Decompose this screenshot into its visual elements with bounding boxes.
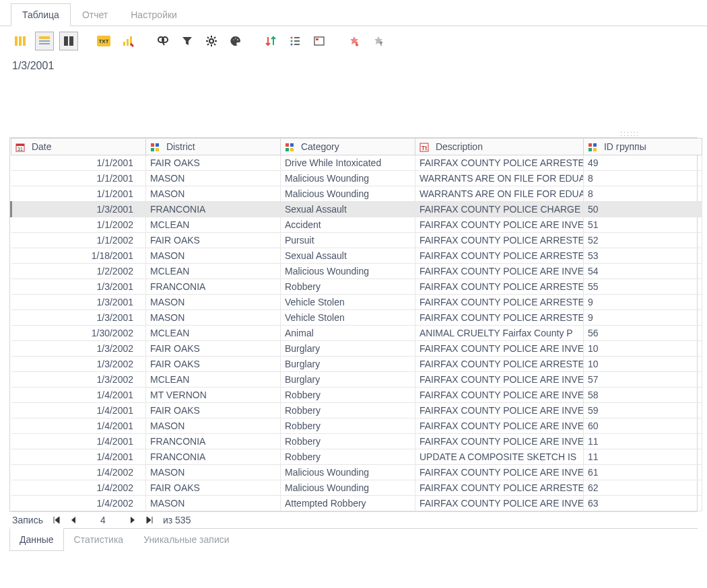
- list-icon[interactable]: [285, 32, 304, 50]
- cell-group[interactable]: 56: [584, 326, 702, 341]
- cell-date[interactable]: 1/4/2001: [11, 418, 146, 434]
- cell-district[interactable]: MCLEAN: [146, 264, 281, 279]
- cell-group[interactable]: 60: [584, 418, 702, 434]
- cell-date[interactable]: 1/1/2001: [11, 186, 146, 202]
- cell-category[interactable]: Malicious Wounding: [281, 465, 415, 480]
- cell-description[interactable]: FAIRFAX COUNTY POLICE ARE INVE: [415, 465, 584, 480]
- next-record-icon[interactable]: [129, 516, 136, 524]
- cell-date[interactable]: 1/4/2001: [11, 434, 146, 449]
- tab-settings[interactable]: Настройки: [119, 3, 189, 26]
- first-record-icon[interactable]: [53, 516, 61, 524]
- table-row[interactable]: 1/1/2002FAIR OAKSPursuitFAIRFAX COUNTY P…: [11, 233, 702, 248]
- cell-date[interactable]: 1/1/2001: [11, 171, 146, 186]
- cell-district[interactable]: MASON: [146, 248, 281, 264]
- cell-category[interactable]: Robbery: [281, 388, 415, 403]
- table-row[interactable]: 1/1/2001MASONMalicious WoundingWARRANTS …: [11, 171, 702, 186]
- cell-group[interactable]: 50: [584, 202, 702, 217]
- cell-description[interactable]: FAIRFAX COUNTY POLICE ARE INVE: [415, 372, 584, 388]
- cell-date[interactable]: 1/4/2002: [11, 465, 146, 480]
- cell-district[interactable]: FRANCONIA: [146, 202, 281, 217]
- col-header-group[interactable]: ID группы: [584, 139, 702, 155]
- split-icon[interactable]: [59, 32, 78, 50]
- table-row[interactable]: 1/4/2001FRANCONIARobberyFAIRFAX COUNTY P…: [11, 434, 702, 449]
- cell-district[interactable]: MASON: [146, 310, 281, 326]
- table-row[interactable]: 1/1/2001MASONMalicious WoundingWARRANTS …: [11, 186, 702, 202]
- highlight-down-icon[interactable]: [369, 32, 388, 50]
- cell-category[interactable]: Robbery: [281, 403, 415, 418]
- cell-district[interactable]: FRANCONIA: [146, 449, 281, 465]
- cell-category[interactable]: Malicious Wounding: [281, 186, 415, 202]
- cell-category[interactable]: Robbery: [281, 449, 415, 465]
- current-record[interactable]: 4: [86, 515, 120, 525]
- col-header-date[interactable]: 31 Date: [11, 139, 146, 155]
- cell-category[interactable]: Accident: [281, 217, 415, 233]
- cell-date[interactable]: 1/2/2002: [11, 264, 146, 279]
- sort-icon[interactable]: [261, 32, 280, 50]
- cell-district[interactable]: MCLEAN: [146, 217, 281, 233]
- cell-district[interactable]: FRANCONIA: [146, 279, 281, 295]
- cell-description[interactable]: FAIRFAX COUNTY POLICE ARRESTE: [415, 357, 584, 372]
- cell-group[interactable]: 63: [584, 496, 702, 511]
- cell-date[interactable]: 1/4/2001: [11, 449, 146, 465]
- cell-group[interactable]: 57: [584, 372, 702, 388]
- cell-description[interactable]: UPDATE A COMPOSITE SKETCH IS: [415, 449, 584, 465]
- table-row[interactable]: 1/30/2002MCLEANAnimalANIMAL CRUELTY Fair…: [11, 326, 702, 341]
- cell-description[interactable]: FAIRFAX COUNTY POLICE ARRESTE: [415, 248, 584, 264]
- cell-group[interactable]: 62: [584, 480, 702, 496]
- palette-icon[interactable]: [226, 32, 245, 50]
- cell-district[interactable]: FRANCONIA: [146, 434, 281, 449]
- cell-description[interactable]: FAIRFAX COUNTY POLICE ARE INVE: [415, 341, 584, 357]
- cell-district[interactable]: MASON: [146, 295, 281, 310]
- txt-export-icon[interactable]: TXT: [94, 32, 113, 50]
- cell-district[interactable]: MCLEAN: [146, 372, 281, 388]
- cell-group[interactable]: 10: [584, 341, 702, 357]
- cell-district[interactable]: FAIR OAKS: [146, 233, 281, 248]
- cell-category[interactable]: Attempted Robbery: [281, 496, 415, 511]
- cell-district[interactable]: MASON: [146, 171, 281, 186]
- col-header-description[interactable]: Tt Description: [415, 139, 584, 155]
- cell-group[interactable]: 9: [584, 310, 702, 326]
- cell-date[interactable]: 1/1/2002: [11, 217, 146, 233]
- cell-date[interactable]: 1/3/2001: [11, 295, 146, 310]
- cell-district[interactable]: MASON: [146, 418, 281, 434]
- filter-icon[interactable]: [178, 32, 197, 50]
- cell-district[interactable]: FAIR OAKS: [146, 341, 281, 357]
- col-header-category[interactable]: Category: [281, 139, 415, 155]
- cell-date[interactable]: 1/4/2002: [11, 480, 146, 496]
- cell-category[interactable]: Burglary: [281, 357, 415, 372]
- prev-record-icon[interactable]: [70, 516, 77, 524]
- resize-grip[interactable]: ::::::: [0, 130, 707, 137]
- cell-date[interactable]: 1/1/2002: [11, 233, 146, 248]
- cell-category[interactable]: Sexual Assault: [281, 202, 415, 217]
- cell-category[interactable]: Malicious Wounding: [281, 264, 415, 279]
- cell-category[interactable]: Robbery: [281, 279, 415, 295]
- cell-group[interactable]: 55: [584, 279, 702, 295]
- table-row[interactable]: 1/4/2002MASONMalicious WoundingFAIRFAX C…: [11, 465, 702, 480]
- cell-date[interactable]: 1/4/2001: [11, 403, 146, 418]
- cell-date[interactable]: 1/3/2001: [11, 310, 146, 326]
- cell-district[interactable]: MASON: [146, 186, 281, 202]
- cell-description[interactable]: FAIRFAX COUNTY POLICE ARE INVE: [415, 496, 584, 511]
- cell-date[interactable]: 1/3/2001: [11, 202, 146, 217]
- cell-district[interactable]: FAIR OAKS: [146, 155, 281, 171]
- cell-category[interactable]: Vehicle Stolen: [281, 310, 415, 326]
- cell-description[interactable]: FAIRFAX COUNTY POLICE ARE INVE: [415, 434, 584, 449]
- table-row[interactable]: 1/3/2002FAIR OAKSBurglaryFAIRFAX COUNTY …: [11, 341, 702, 357]
- cell-category[interactable]: Malicious Wounding: [281, 171, 415, 186]
- last-record-icon[interactable]: [145, 516, 154, 524]
- cell-description[interactable]: FAIRFAX COUNTY POLICE ARRESTE: [415, 480, 584, 496]
- tab-statistics[interactable]: Статистика: [64, 528, 134, 551]
- table-row[interactable]: 1/1/2002MCLEANAccidentFAIRFAX COUNTY POL…: [11, 217, 702, 233]
- table-row[interactable]: 1/3/2001FRANCONIARobberyFAIRFAX COUNTY P…: [11, 279, 702, 295]
- cell-date[interactable]: 1/18/2001: [11, 248, 146, 264]
- card-icon[interactable]: [310, 32, 329, 50]
- cell-date[interactable]: 1/3/2001: [11, 279, 146, 295]
- tab-unique[interactable]: Уникальные записи: [133, 528, 239, 551]
- cell-date[interactable]: 1/4/2002: [11, 496, 146, 511]
- cell-category[interactable]: Vehicle Stolen: [281, 295, 415, 310]
- search-icon[interactable]: [154, 32, 172, 50]
- cell-district[interactable]: MCLEAN: [146, 326, 281, 341]
- table-row[interactable]: 1/2/2002MCLEANMalicious WoundingFAIRFAX …: [11, 264, 702, 279]
- cell-category[interactable]: Burglary: [281, 341, 415, 357]
- cell-category[interactable]: Drive While Intoxicated: [281, 155, 415, 171]
